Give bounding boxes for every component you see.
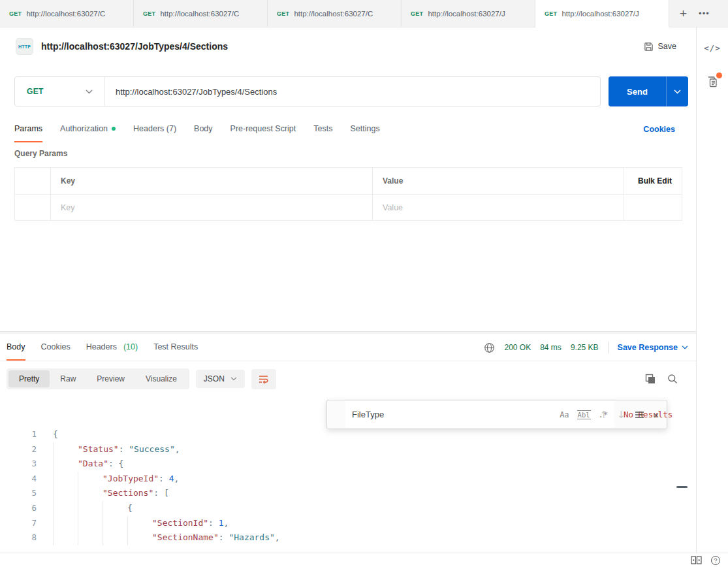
value-input[interactable] <box>383 203 614 212</box>
close-icon[interactable]: ✕ <box>654 410 659 420</box>
copy-icon[interactable] <box>645 374 656 384</box>
response-meta: 200 OK 84 ms 9.25 KB Save Response <box>484 334 688 361</box>
cookies-link[interactable]: Cookies <box>643 125 675 134</box>
save-button[interactable]: Save <box>644 42 677 52</box>
whole-word-toggle[interactable]: Abl <box>577 410 591 419</box>
tab-method: GET <box>143 10 155 17</box>
code-line: 4"JobTypeId": 4, <box>0 472 696 487</box>
method-select[interactable]: GET <box>15 77 105 106</box>
line-content: "Data": { <box>53 457 123 472</box>
send-options-button[interactable] <box>666 76 688 106</box>
code-line: 2"Status": "Success", <box>0 442 696 457</box>
line-content: "SectionId": 1, <box>53 516 229 531</box>
next-match-icon[interactable]: ↓ <box>617 409 625 421</box>
wrap-lines-button[interactable] <box>251 369 276 389</box>
request-tab-3[interactable]: GET http://localhost:63027/C <box>268 0 402 27</box>
send-button-group: Send <box>609 76 688 106</box>
tab-method: GET <box>411 10 423 17</box>
url-input[interactable] <box>105 77 600 106</box>
request-tab-5-active[interactable]: GET http://localhost:63027/J <box>535 0 669 27</box>
new-tab-icon[interactable]: + <box>680 7 687 20</box>
request-tab-4[interactable]: GET http://localhost:63027/J <box>402 0 535 27</box>
tab-params-label: Params <box>14 124 42 133</box>
search-icon[interactable] <box>667 374 678 384</box>
value-cell <box>373 195 624 220</box>
url-box: GET <box>14 76 601 106</box>
response-time[interactable]: 84 ms <box>540 343 562 352</box>
response-tab-body[interactable]: Body <box>7 334 25 361</box>
documentation-button[interactable] <box>706 75 719 91</box>
tab-headers[interactable]: Headers (7) <box>133 116 176 142</box>
save-response-button[interactable]: Save Response <box>618 343 688 352</box>
pane-splitter[interactable] <box>0 331 696 334</box>
http-request-icon: HTTP <box>16 38 33 55</box>
tab-authorization-label: Authorization <box>60 124 108 133</box>
view-mode-switcher: Pretty Raw Preview Visualize <box>7 368 189 389</box>
query-params-table: Key Value Bulk Edit <box>14 167 682 221</box>
tab-settings-label: Settings <box>350 124 379 133</box>
find-in-filter-icon[interactable] <box>635 411 644 419</box>
tab-authorization[interactable]: Authorization <box>60 116 116 142</box>
send-button[interactable]: Send <box>609 76 666 106</box>
select-column-header <box>15 168 51 194</box>
tab-url: http://localhost:63027/C <box>26 10 105 18</box>
previous-match-icon[interactable]: ↑ <box>599 409 608 421</box>
format-select[interactable]: JSON <box>196 370 245 388</box>
line-content: "Status": "Success", <box>53 442 180 457</box>
response-tab-test-results[interactable]: Test Results <box>153 334 198 361</box>
line-number: 1 <box>0 427 37 442</box>
globe-icon[interactable] <box>484 342 495 353</box>
response-tab-cookies[interactable]: Cookies <box>41 334 71 361</box>
code-line: 3"Data": { <box>0 457 696 472</box>
line-number: 5 <box>0 486 37 501</box>
chevron-down-icon <box>682 346 688 349</box>
app-window: GET http://localhost:63027/C GET http://… <box>0 0 728 567</box>
scrollbar-thumb[interactable] <box>676 486 688 488</box>
tab-settings[interactable]: Settings <box>350 116 379 142</box>
find-input[interactable] <box>352 410 552 419</box>
request-title-bar: HTTP http://localhost:63027/JobTypes/4/S… <box>16 37 676 56</box>
code-line: 5"Sections": [ <box>0 486 696 501</box>
response-size[interactable]: 9.25 KB <box>571 343 599 352</box>
response-toolbar: Pretty Raw Preview Visualize JSON <box>7 366 696 392</box>
view-pretty-button[interactable]: Pretty <box>8 370 50 387</box>
row-select-cell <box>15 195 51 220</box>
view-raw-button[interactable]: Raw <box>50 370 86 387</box>
line-number: 7 <box>0 516 37 531</box>
help-glyph: ? <box>714 557 717 564</box>
bulk-edit-button[interactable]: Bulk Edit <box>624 168 682 194</box>
tab-tests[interactable]: Tests <box>313 116 332 142</box>
view-visualize-button[interactable]: Visualize <box>135 370 187 387</box>
tab-body[interactable]: Body <box>194 116 213 142</box>
tab-params[interactable]: Params <box>14 116 42 142</box>
response-body-viewer: 1{2"Status": "Success",3"Data": {4"JobTy… <box>0 392 696 553</box>
match-case-toggle[interactable]: Aa <box>560 410 569 419</box>
two-pane-layout-icon[interactable] <box>691 556 702 564</box>
response-tab-headers[interactable]: Headers (10) <box>86 334 138 361</box>
tab-body-label: Body <box>194 124 213 133</box>
key-input[interactable] <box>61 203 362 212</box>
find-nav: ↑ ↓ ✕ <box>599 409 659 421</box>
response-tabs: Body Cookies Headers (10) Test Results 2… <box>0 334 696 361</box>
status-code[interactable]: 200 OK <box>504 343 531 352</box>
code-line: 8"SectionName": "Hazards", <box>0 530 696 545</box>
request-subtabs: Params Authorization Headers (7) Body Pr… <box>14 116 675 142</box>
line-content: { <box>53 427 58 442</box>
request-tab-2[interactable]: GET http://localhost:63027/C <box>134 0 268 27</box>
tab-url: http://localhost:63027/J <box>562 10 639 18</box>
code-snippet-icon[interactable]: </> <box>704 43 721 53</box>
find-input-wrap: Aa Abl .* <box>345 401 614 428</box>
request-tab-1[interactable]: GET http://localhost:63027/C <box>0 0 134 27</box>
tab-url: http://localhost:63027/J <box>428 10 505 18</box>
query-params-empty-row <box>15 194 682 220</box>
help-icon[interactable]: ? <box>711 556 720 565</box>
response-tab-headers-label: Headers <box>86 342 117 351</box>
more-options-icon[interactable]: ••• <box>699 8 710 18</box>
view-preview-button[interactable]: Preview <box>86 370 135 387</box>
line-content: "SectionName": "Hazards", <box>53 530 280 545</box>
find-overlay: Aa Abl .* No Results ↑ ↓ ✕ <box>326 400 667 429</box>
response-tab-body-label: Body <box>7 342 25 351</box>
tab-pre-request-script[interactable]: Pre-request Script <box>230 116 296 142</box>
response-tab-cookies-label: Cookies <box>41 342 71 351</box>
line-number: 4 <box>0 472 37 487</box>
